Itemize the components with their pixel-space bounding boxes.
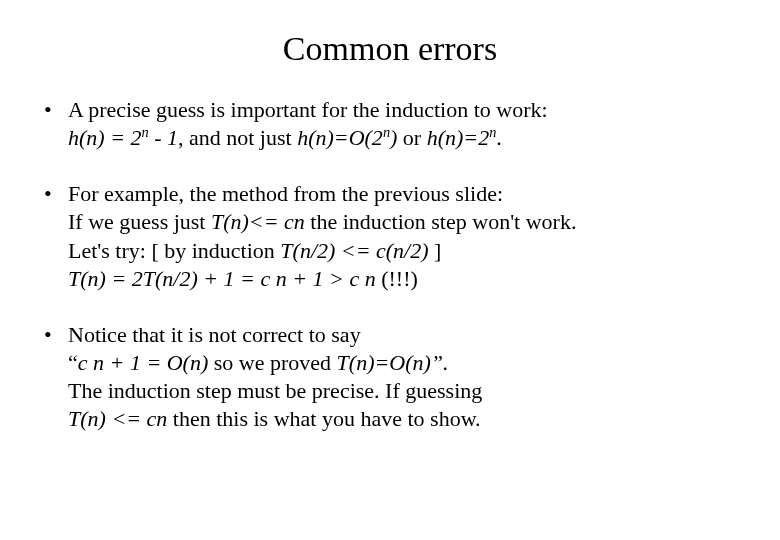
b1-minus1: - 1	[149, 125, 178, 150]
b3-l2b: c n + 1 = O(n)	[78, 350, 209, 375]
b2-l2c: the induction step won't work.	[305, 209, 577, 234]
bullet-list: A precise guess is important for the ind…	[40, 96, 740, 434]
b2-l3a: Let's try: [ by induction	[68, 238, 280, 263]
b1-hn2: h(n)=2	[427, 125, 490, 150]
bullet-1: A precise guess is important for the ind…	[40, 96, 740, 152]
b3-l4b: then this is what you have to show.	[167, 406, 480, 431]
b2-l3c: ]	[429, 238, 442, 263]
b3-l2a: “	[68, 350, 78, 375]
b2-l4b: (!!!)	[376, 266, 418, 291]
b1-hn: h(n) = 2	[68, 125, 142, 150]
bullet-2: For example, the method from the previou…	[40, 180, 740, 293]
b2-line1: For example, the method from the previou…	[68, 181, 503, 206]
b2-l2b: T(n)<= cn	[211, 209, 305, 234]
slide: Common errors A precise guess is importa…	[0, 0, 780, 540]
b1-exp1: n	[142, 124, 149, 140]
b1-line1: A precise guess is important for the ind…	[68, 97, 548, 122]
b2-l2a: If we guess just	[68, 209, 211, 234]
bullet-3: Notice that it is not correct to say “c …	[40, 321, 740, 434]
b3-l2d: T(n)=O(n)”.	[337, 350, 449, 375]
b1-exp2: n	[383, 124, 390, 140]
b1-o2n: h(n)=O(2	[297, 125, 383, 150]
b2-l4a: T(n) = 2T(n/2) + 1 = c n + 1 > c n	[68, 266, 376, 291]
b3-line1: Notice that it is not correct to say	[68, 322, 361, 347]
b3-l4a: T(n) <= cn	[68, 406, 167, 431]
b2-l3b: T(n/2) <= c(n/2)	[280, 238, 428, 263]
b1-period: .	[496, 125, 502, 150]
b3-l2c: so we proved	[208, 350, 336, 375]
b3-line3: The induction step must be precise. If g…	[68, 378, 482, 403]
b1-or: or	[397, 125, 426, 150]
b1-mid1: , and not just	[178, 125, 297, 150]
slide-title: Common errors	[40, 30, 740, 68]
